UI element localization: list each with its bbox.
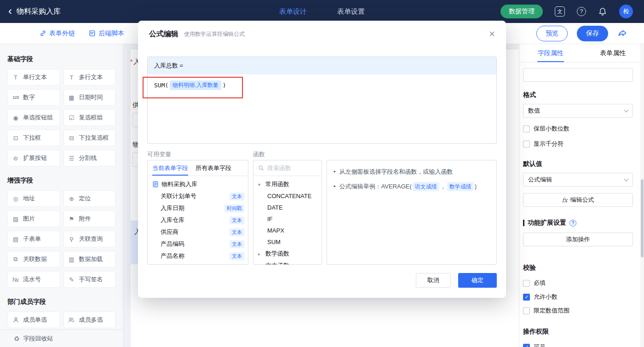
option-keep-decimals[interactable]: 保留小数位数 bbox=[523, 125, 633, 133]
tab-all-form-fields[interactable]: 所有表单字段 bbox=[196, 160, 231, 176]
field-item-label: 扩展按钮 bbox=[23, 154, 47, 162]
field-item-extend-button[interactable]: ⊜扩展按钮 bbox=[7, 150, 60, 166]
field-item-member-single[interactable]: 成员单选 bbox=[7, 312, 60, 328]
share-icon[interactable] bbox=[617, 28, 627, 39]
field-item-checkbox-group[interactable]: ☑复选框组 bbox=[63, 109, 116, 126]
tab-form-properties[interactable]: 表单属性 bbox=[582, 44, 644, 62]
validation-required[interactable]: 必填 bbox=[523, 279, 633, 287]
permission-label: 操作权限 bbox=[523, 328, 633, 336]
field-item-dropdown[interactable]: ⊡下拉框 bbox=[7, 130, 60, 146]
field-item-member-multi[interactable]: 成员多选 bbox=[63, 312, 116, 328]
field-item-signature[interactable]: ✎手写签名 bbox=[63, 271, 116, 288]
field-item-location[interactable]: ⊕定位 bbox=[63, 190, 116, 207]
function-tree: ▾ 常用函数 CONCATENATE DATE IF MAPX SUM ▸ 数学… bbox=[253, 176, 322, 265]
variable-name: 产品名称 bbox=[161, 252, 230, 260]
field-recycle-bin[interactable]: ♻ 字段回收站 bbox=[0, 330, 123, 347]
default-value-select[interactable]: 公式编辑 bbox=[523, 173, 633, 187]
variable-row[interactable]: 入库日期时间戳 bbox=[148, 202, 248, 214]
formula-editor-modal: 公式编辑 使用数学运算符编辑公式 × 入库总数 = SUM( 物料明细.入库数量… bbox=[138, 21, 506, 298]
variables-root-node[interactable]: 物料采购入库 bbox=[148, 178, 248, 190]
field-item-data-load[interactable]: ▥数据加载 bbox=[63, 251, 116, 267]
tab-form-design[interactable]: 表单设计 bbox=[279, 7, 307, 16]
variable-name: 关联计划单号 bbox=[161, 192, 230, 200]
checkbox-label: 保留小数位数 bbox=[534, 125, 569, 133]
field-item-linked-query[interactable]: ⚲关联查询 bbox=[63, 231, 116, 247]
field-item-label: 日期时间 bbox=[79, 93, 103, 102]
formula-field-chip[interactable]: 物料明细.入库数量 bbox=[170, 80, 221, 90]
close-icon[interactable]: × bbox=[489, 29, 495, 39]
cancel-button[interactable]: 取消 bbox=[416, 273, 451, 288]
format-select[interactable]: 数值 bbox=[523, 104, 633, 118]
field-item-number[interactable]: 123数字 bbox=[7, 89, 60, 106]
serial-icon: № bbox=[12, 276, 20, 283]
tab-field-properties[interactable]: 字段属性 bbox=[519, 44, 582, 62]
function-search bbox=[253, 160, 322, 176]
function-group-label: 文本函数 bbox=[265, 262, 289, 265]
properties-tabs: 字段属性 表单属性 bbox=[519, 44, 644, 63]
field-item-linked-data[interactable]: ⧉关联数据 bbox=[7, 251, 60, 267]
edit-formula-button[interactable]: fx 编辑公式 bbox=[523, 193, 633, 207]
option-thousand-separator[interactable]: 显示千分符 bbox=[523, 140, 633, 148]
recycle-icon: ♻ bbox=[14, 335, 20, 342]
validation-allow-decimals[interactable]: 允许小数 bbox=[523, 293, 633, 301]
field-title-input[interactable] bbox=[523, 68, 633, 82]
function-group-common[interactable]: ▾ 常用函数 bbox=[253, 178, 322, 190]
field-item-single-line-text[interactable]: T单行文本 bbox=[7, 69, 60, 85]
query-icon: ⚲ bbox=[68, 236, 76, 243]
function-item-concatenate[interactable]: CONCATENATE bbox=[253, 190, 322, 202]
function-group-math[interactable]: ▸ 数学函数 bbox=[253, 248, 322, 260]
required-mark: * bbox=[130, 58, 132, 65]
recycle-label: 字段回收站 bbox=[23, 335, 53, 343]
attachment-icon: ⚑ bbox=[68, 216, 76, 222]
tab-current-form-fields[interactable]: 当前表单字段 bbox=[152, 160, 188, 176]
field-item-multi-line-text[interactable]: T多行文本 bbox=[63, 69, 116, 85]
field-item-label: 分割线 bbox=[79, 154, 97, 162]
form-designer-app: ‹ 物料采购入库 表单设计 表单设置 数据管理 文 ? 检 表单外链 后端脚本 bbox=[0, 0, 644, 347]
help-circle-icon[interactable]: ? bbox=[569, 220, 576, 227]
field-item-multi-dropdown[interactable]: ⊟下拉复选框 bbox=[63, 130, 116, 146]
backend-script-button[interactable]: 后端脚本 bbox=[89, 29, 124, 38]
language-icon[interactable]: 文 bbox=[555, 6, 565, 17]
save-button[interactable]: 保存 bbox=[577, 26, 608, 41]
scrollbar-thumb[interactable] bbox=[641, 179, 644, 257]
function-item-date[interactable]: DATE bbox=[253, 202, 322, 213]
preview-button[interactable]: 预览 bbox=[536, 26, 568, 41]
back-icon[interactable]: ‹ bbox=[8, 6, 12, 17]
field-item-radio-group[interactable]: ◉单选按钮组 bbox=[7, 109, 60, 126]
function-item-mapx[interactable]: MAPX bbox=[253, 225, 322, 236]
variable-row[interactable]: 产品编码文本 bbox=[148, 238, 248, 250]
function-group-text[interactable]: ▸ 文本函数 bbox=[253, 260, 322, 265]
variable-row[interactable]: 入库仓库文本 bbox=[148, 214, 248, 226]
help-line-1: • 从左侧面板选择字段名和函数，或输入函数 bbox=[334, 167, 490, 177]
format-value: 数值 bbox=[528, 107, 540, 115]
data-manage-button[interactable]: 数据管理 bbox=[500, 5, 543, 18]
formula-help-panel: • 从左侧面板选择字段名和函数，或输入函数 • 公式编辑举例：AVERAGE(语… bbox=[327, 160, 497, 265]
field-item-divider[interactable]: ☰分割线 bbox=[63, 150, 116, 166]
function-item-sum[interactable]: SUM bbox=[253, 236, 322, 248]
field-item-attachment[interactable]: ⚑附件 bbox=[63, 210, 116, 227]
dropdown-icon: ⊡ bbox=[12, 135, 20, 142]
field-item-address[interactable]: ◎地址 bbox=[7, 190, 60, 207]
member-multi-icon bbox=[68, 317, 76, 323]
formula-input-area[interactable]: SUM( 物料明细.入库数量 ) bbox=[148, 74, 496, 96]
help-icon[interactable]: ? bbox=[577, 7, 586, 16]
variable-row[interactable]: 关联计划单号文本 bbox=[148, 190, 248, 202]
field-item-subform[interactable]: ▤子表单 bbox=[7, 231, 60, 247]
add-action-button[interactable]: 添加操作 bbox=[523, 233, 633, 246]
bell-icon[interactable] bbox=[598, 7, 607, 16]
field-item-label: 成员多选 bbox=[79, 316, 103, 324]
function-search-input[interactable] bbox=[267, 165, 317, 171]
field-item-datetime[interactable]: ▦日期时间 bbox=[63, 89, 116, 106]
validation-limit-range[interactable]: 限定数值范围 bbox=[523, 307, 633, 315]
permission-visible[interactable]: 可见 bbox=[523, 343, 633, 347]
function-item-if[interactable]: IF bbox=[253, 213, 322, 225]
avatar[interactable]: 检 bbox=[619, 5, 633, 18]
field-item-serial-number[interactable]: №流水号 bbox=[7, 271, 60, 288]
field-item-label: 关联数据 bbox=[23, 255, 47, 263]
form-external-link-button[interactable]: 表单外链 bbox=[40, 29, 75, 38]
variable-row[interactable]: 供应商文本 bbox=[148, 226, 248, 238]
tab-form-settings[interactable]: 表单设置 bbox=[337, 7, 365, 16]
field-item-image[interactable]: ▨图片 bbox=[7, 210, 60, 227]
confirm-button[interactable]: 确定 bbox=[458, 273, 497, 288]
variable-row[interactable]: 产品名称文本 bbox=[148, 250, 248, 262]
